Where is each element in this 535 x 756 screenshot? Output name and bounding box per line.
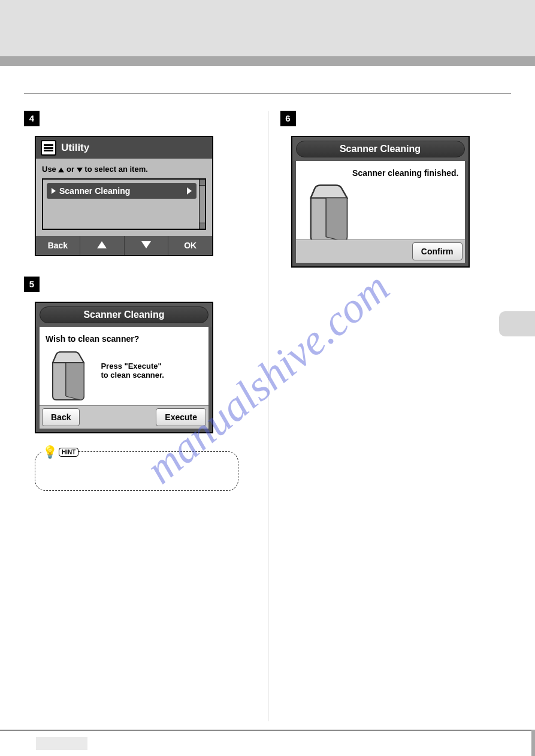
hint-label: HINT xyxy=(59,448,78,457)
panel-button-row: Confirm xyxy=(296,239,465,263)
back-button[interactable]: Back xyxy=(36,236,80,255)
hint-box: 💡 HINT Press the [Back] button to cancel… xyxy=(35,451,238,491)
left-column: 4 Select [Scanner Cleaning] and press th… xyxy=(24,111,268,721)
step-text: When cleaning is finished, press the [Co… xyxy=(303,111,488,122)
section-rule xyxy=(24,93,511,94)
selection-pointer-icon xyxy=(52,188,56,194)
step-5: 5 Press the [Execute] button. Scanner Cl… xyxy=(24,277,256,491)
step-number: 5 xyxy=(24,277,40,292)
step-number: 4 xyxy=(24,111,40,126)
scanner-cleaning-screen: Scanner Cleaning Wish to clean scanner? xyxy=(35,302,213,433)
footer-shadow xyxy=(531,730,535,756)
step-text: Select [Scanner Cleaning] and press the … xyxy=(47,111,230,122)
menu-icon xyxy=(41,140,56,156)
list-item-label: Scanner Cleaning xyxy=(59,186,130,196)
panel-body: Scanner cleaning finished. Confirm xyxy=(292,161,468,266)
panel-text: Press "Execute" to clean scanner. xyxy=(101,362,164,379)
ok-button[interactable]: OK xyxy=(168,236,212,255)
panel-body: Wish to clean scanner? xyxy=(36,327,212,432)
panel-line2: to clean scanner. xyxy=(101,371,164,379)
screen-title: Utility xyxy=(61,142,89,154)
execute-button-label: Execute xyxy=(165,412,197,422)
header-band xyxy=(0,0,535,56)
list-area: Scanner Cleaning xyxy=(42,178,206,230)
instr-mid: or xyxy=(67,165,74,174)
instr-prefix: Use xyxy=(42,165,56,174)
status-text: Scanner cleaning finished. xyxy=(302,168,459,178)
execute-button[interactable]: Execute xyxy=(156,408,206,426)
nav-down-icon xyxy=(141,241,151,248)
step-text: Press the [Execute] button. xyxy=(47,277,140,288)
instr-suffix: to select an item. xyxy=(84,165,147,174)
pill-title-bar: Scanner Cleaning xyxy=(296,141,465,157)
screen-title: Scanner Cleaning xyxy=(83,309,164,320)
pill-header: Scanner Cleaning xyxy=(36,303,212,327)
sub-header-band xyxy=(0,56,535,66)
panel-button-row: Back Execute xyxy=(40,405,208,429)
down-button[interactable] xyxy=(125,236,169,255)
step-4: 4 Select [Scanner Cleaning] and press th… xyxy=(24,111,256,256)
step-6: 6 When cleaning is finished, press the [… xyxy=(280,111,512,268)
screen-footer: Back OK xyxy=(36,236,212,255)
utility-screen: Utility Use or to select an item. xyxy=(35,136,213,256)
prompt-text: Wish to clean scanner? xyxy=(46,334,202,344)
panel-line1: Press "Execute" xyxy=(101,362,161,371)
footer-inner-box xyxy=(36,737,87,750)
pill-title-bar: Scanner Cleaning xyxy=(40,306,208,323)
ok-button-label: OK xyxy=(184,241,197,250)
hint-badge: 💡 HINT xyxy=(43,445,78,459)
right-column: 6 When cleaning is finished, press the [… xyxy=(268,111,512,721)
cleaning-finished-screen: Scanner Cleaning Scanner cleaning finish… xyxy=(291,136,470,268)
printer-icon xyxy=(46,350,91,403)
confirm-button-label: Confirm xyxy=(421,247,454,256)
up-button[interactable] xyxy=(80,236,125,255)
scroll-down-icon[interactable] xyxy=(200,223,205,229)
instruction-text: Use or to select an item. xyxy=(42,165,206,174)
scroll-up-icon[interactable] xyxy=(200,180,205,186)
back-button-label: Back xyxy=(51,412,71,422)
nav-up-icon xyxy=(97,241,107,248)
back-button-label: Back xyxy=(48,241,68,250)
screen-header: Utility xyxy=(36,137,212,159)
step-number: 6 xyxy=(280,111,296,126)
printer-icon xyxy=(302,183,356,245)
list-scrollbar[interactable] xyxy=(199,180,205,229)
page-footer xyxy=(0,730,535,756)
hint-text: Press the [Back] button to cancel scanne… xyxy=(68,460,227,482)
down-arrow-icon xyxy=(77,168,83,172)
confirm-button[interactable]: Confirm xyxy=(412,242,463,260)
pill-header: Scanner Cleaning xyxy=(292,137,468,161)
list-item-scanner-cleaning[interactable]: Scanner Cleaning xyxy=(47,183,197,199)
chevron-right-icon xyxy=(187,187,192,195)
back-button[interactable]: Back xyxy=(42,408,80,426)
bulb-icon: 💡 xyxy=(43,445,58,459)
screen-title: Scanner Cleaning xyxy=(340,144,421,154)
screen-body: Use or to select an item. Scanner Cleani… xyxy=(36,159,212,236)
up-arrow-icon xyxy=(58,168,64,172)
